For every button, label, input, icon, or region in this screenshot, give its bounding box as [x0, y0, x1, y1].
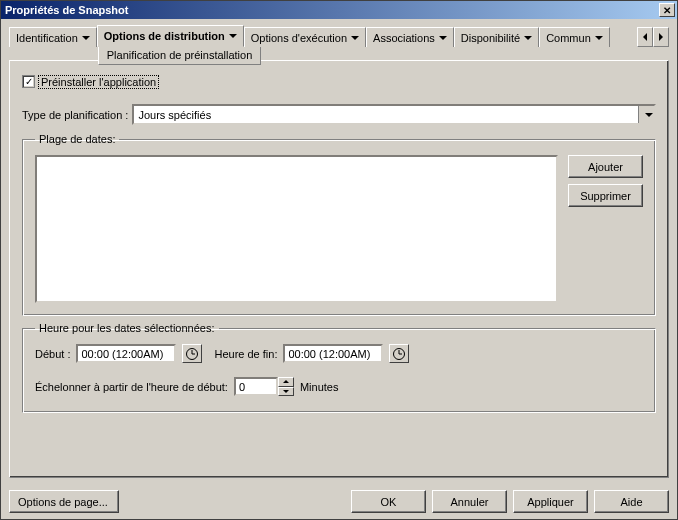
help-button[interactable]: Aide [594, 490, 669, 513]
dropdown-icon [229, 34, 237, 38]
arrow-right-icon [659, 33, 663, 41]
start-time-value: 00:00 (12:00AM) [81, 348, 163, 360]
arrow-down-icon [283, 390, 289, 393]
tab-label: Options d'exécution [251, 32, 347, 44]
preinstall-label: Préinstaller l'application [39, 76, 158, 88]
tab-execution-options[interactable]: Options d'exécution [244, 27, 366, 47]
subtab-label: Planification de préinstallation [107, 49, 253, 61]
arrow-up-icon [283, 380, 289, 383]
tab-scroll-right[interactable] [653, 27, 669, 47]
chevron-down-icon [645, 113, 653, 117]
date-listbox[interactable] [35, 155, 558, 303]
clock-icon [186, 348, 198, 360]
preinstall-checkbox[interactable]: ✓ [22, 75, 35, 88]
arrow-left-icon [643, 33, 647, 41]
time-group-legend: Heure pour les dates sélectionnées: [35, 322, 219, 334]
dialog-button-bar: Options de page... OK Annuler Appliquer … [1, 484, 677, 519]
end-time-label: Heure de fin: [214, 348, 277, 360]
tab-common[interactable]: Commun [539, 27, 610, 47]
tab-associations[interactable]: Associations [366, 27, 454, 47]
tab-availability[interactable]: Disponibilité [454, 27, 539, 47]
date-range-legend: Plage de dates: [35, 133, 119, 145]
dropdown-icon [595, 36, 603, 40]
tab-label: Options de distribution [104, 30, 225, 42]
spinner-down[interactable] [278, 387, 294, 397]
tab-label: Identification [16, 32, 78, 44]
dropdown-icon [524, 36, 532, 40]
schedule-type-row: Type de planification : Jours spécifiés [22, 104, 656, 125]
button-label: OK [381, 496, 397, 508]
tab-identification[interactable]: Identification [9, 27, 97, 47]
tab-label: Associations [373, 32, 435, 44]
button-label: Ajouter [588, 161, 623, 173]
preinstall-checkbox-row: ✓ Préinstaller l'application [22, 75, 656, 88]
button-label: Appliquer [527, 496, 573, 508]
end-time-picker-button[interactable] [389, 344, 409, 363]
spread-label: Échelonner à partir de l'heure de début: [35, 381, 228, 393]
schedule-type-value: Jours spécifiés [138, 109, 211, 121]
schedule-type-label: Type de planification : [22, 109, 128, 121]
dropdown-icon [439, 36, 447, 40]
end-time-input[interactable]: 00:00 (12:00AM) [283, 344, 383, 363]
cancel-button[interactable]: Annuler [432, 490, 507, 513]
tabstrip: Identification Options de distribution P… [9, 25, 669, 61]
titlebar: Propriétés de Snapshot ✕ [1, 1, 677, 19]
schedule-type-select[interactable]: Jours spécifiés [132, 104, 656, 125]
check-icon: ✓ [25, 77, 33, 87]
dropdown-button[interactable] [638, 106, 654, 123]
tab-label: Disponibilité [461, 32, 520, 44]
start-time-input[interactable]: 00:00 (12:00AM) [76, 344, 176, 363]
tab-distribution-options[interactable]: Options de distribution Planification de… [97, 25, 244, 47]
content-area: Identification Options de distribution P… [1, 19, 677, 484]
dialog-window: Propriétés de Snapshot ✕ Identification … [0, 0, 678, 520]
spread-value: 0 [239, 381, 245, 393]
close-button[interactable]: ✕ [659, 3, 675, 17]
close-icon: ✕ [663, 5, 671, 16]
end-time-value: 00:00 (12:00AM) [288, 348, 370, 360]
ok-button[interactable]: OK [351, 490, 426, 513]
spread-minutes-spinner[interactable]: 0 [234, 377, 294, 396]
add-button[interactable]: Ajouter [568, 155, 643, 178]
button-label: Supprimer [580, 190, 631, 202]
time-group: Heure pour les dates sélectionnées: Débu… [22, 322, 656, 413]
subtab-preinstall-schedule: Planification de préinstallation [98, 47, 262, 65]
tab-label: Commun [546, 32, 591, 44]
dropdown-icon [351, 36, 359, 40]
dropdown-icon [82, 36, 90, 40]
apply-button[interactable]: Appliquer [513, 490, 588, 513]
tab-panel: ✓ Préinstaller l'application Type de pla… [9, 60, 669, 478]
start-time-picker-button[interactable] [182, 344, 202, 363]
tab-scroll-left[interactable] [637, 27, 653, 47]
tab-scroll-controls [637, 27, 669, 47]
button-label: Annuler [451, 496, 489, 508]
window-title: Propriétés de Snapshot [5, 4, 128, 16]
start-time-label: Début : [35, 348, 70, 360]
spinner-up[interactable] [278, 377, 294, 387]
clock-icon [393, 348, 405, 360]
spread-unit-label: Minutes [300, 381, 339, 393]
button-label: Aide [620, 496, 642, 508]
date-range-group: Plage de dates: Ajouter Supprimer [22, 133, 656, 316]
button-label: Options de page... [18, 496, 108, 508]
remove-button[interactable]: Supprimer [568, 184, 643, 207]
page-options-button[interactable]: Options de page... [9, 490, 119, 513]
